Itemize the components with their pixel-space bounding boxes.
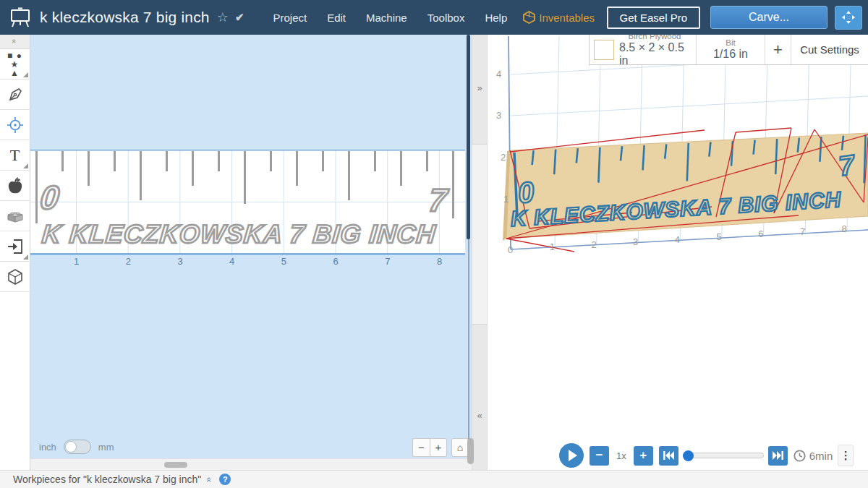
workpieces-expand-icon[interactable]: « xyxy=(204,476,215,481)
menu-help[interactable]: Help xyxy=(485,12,507,24)
axis-label: 0 xyxy=(508,244,513,255)
axis-label: 2 xyxy=(501,152,506,163)
timeline-slider[interactable] xyxy=(683,453,764,458)
zoom-in-button[interactable]: + xyxy=(430,438,447,457)
zoom-out-button[interactable]: − xyxy=(412,438,430,457)
bit-label: Bit xyxy=(726,38,735,48)
tool-3d-view[interactable] xyxy=(0,262,30,292)
left-toolbar: « ■ ●★ ▲ T xyxy=(0,35,30,470)
horizontal-scrollbar[interactable] xyxy=(30,458,472,470)
design-number-zero[interactable]: 0 xyxy=(38,178,61,217)
shapes-icon: ■ ●★ ▲ xyxy=(6,51,25,77)
unit-toggle-switch[interactable] xyxy=(64,440,91,454)
unit-mm-label: mm xyxy=(98,442,114,453)
canvas-axis-label: 3 xyxy=(177,256,182,267)
machine-jog-button[interactable] xyxy=(835,6,862,30)
material-swatch xyxy=(594,40,614,60)
menu-machine[interactable]: Machine xyxy=(366,12,407,24)
horizontal-scrollbar-thumb[interactable] xyxy=(164,462,187,468)
bit-selector[interactable]: Bit 1/16 in xyxy=(697,35,765,64)
splitter-drag-handle[interactable]: ⋮ xyxy=(472,145,487,324)
axis-label: 3 xyxy=(496,110,501,121)
engraved-zero: 0 xyxy=(516,176,536,210)
apple-icon xyxy=(7,177,23,194)
menu-toolbox[interactable]: Toolbox xyxy=(427,12,465,24)
axis-label: 4 xyxy=(675,234,680,245)
canvas-axis-label: 1 xyxy=(74,256,79,267)
canvas-axis-label: 8 xyxy=(437,256,442,267)
skip-to-start-button[interactable] xyxy=(659,446,678,466)
canvas-axis-label: 5 xyxy=(281,256,286,267)
inventables-hexagon-icon xyxy=(523,11,535,24)
text-tool-icon: T xyxy=(10,146,20,165)
material-settings-bar: Birch Plywood 8.5 × 2 × 0.5 in Bit 1/16 … xyxy=(589,35,868,65)
workpieces-bar[interactable]: Workpieces for "k kleczkowska 7 big inch… xyxy=(0,470,868,488)
project-title[interactable]: k kleczkowska 7 big inch xyxy=(40,9,210,26)
material-dimensions: 8.5 × 2 × 0.5 in xyxy=(619,41,690,68)
ruler-design-graphics xyxy=(30,35,472,470)
axis-label: 7 xyxy=(800,226,805,237)
tool-material-blocks[interactable] xyxy=(0,201,30,231)
crosshair-icon xyxy=(7,116,24,134)
canvas-axis-label: 2 xyxy=(126,256,131,267)
splitter-scroll-pill[interactable] xyxy=(467,438,474,464)
pen-icon xyxy=(7,87,23,103)
unit-inch-label: inch xyxy=(39,442,56,453)
preview-graphics xyxy=(488,35,868,470)
axis-label: 1 xyxy=(550,241,555,252)
material-selector[interactable]: Birch Plywood 8.5 × 2 × 0.5 in xyxy=(590,35,697,64)
saved-check-icon: ✔ xyxy=(235,11,244,24)
zoom-home-button[interactable]: ⌂ xyxy=(451,438,469,457)
menu-project[interactable]: Project xyxy=(273,12,307,24)
unit-toggle: inch mm xyxy=(39,440,114,454)
inventables-label: Inventables xyxy=(539,12,595,24)
carve-button[interactable]: Carve... xyxy=(710,6,827,29)
play-simulation-button[interactable] xyxy=(559,443,584,468)
favorite-star-icon[interactable]: ☆ xyxy=(217,9,229,25)
brick-icon xyxy=(6,209,25,223)
splitter-expand-button[interactable]: » xyxy=(472,35,487,145)
toolpath-preview-3d[interactable]: 0 7 K KLECZKOWSKA 7 BIG INCH 43210123456… xyxy=(488,35,868,470)
design-text[interactable]: K KLECZKOWSKA 7 BIG INCH xyxy=(41,219,437,249)
tool-text[interactable]: T xyxy=(0,140,30,171)
tool-icons-clipart[interactable] xyxy=(0,171,30,201)
material-name: Birch Plywood xyxy=(629,35,681,41)
toolbar-collapse-button[interactable]: « xyxy=(0,35,30,49)
four-arrows-icon xyxy=(841,10,856,25)
tool-import[interactable] xyxy=(0,231,30,262)
top-bar: k kleczkowska 7 big inch ☆ ✔ Project Edi… xyxy=(0,0,868,35)
skip-to-end-button[interactable] xyxy=(768,446,788,466)
canvas-axis-label: 7 xyxy=(385,256,390,267)
canvas-axis-label: 4 xyxy=(229,256,234,267)
axis-label: 1 xyxy=(503,194,509,205)
axis-label: 8 xyxy=(842,223,847,234)
tool-drill-origin[interactable] xyxy=(0,110,30,140)
speed-label: 1x xyxy=(616,450,626,461)
design-number-seven[interactable]: 7 xyxy=(427,182,448,218)
inventables-link[interactable]: Inventables xyxy=(523,11,595,24)
splitter-collapse-button[interactable]: « xyxy=(472,324,487,470)
workpieces-label: Workpieces for "k kleczkowska 7 big inch… xyxy=(13,474,201,485)
design-canvas-2d[interactable]: 0 7 K KLECZKOWSKA 7 BIG INCH 12345678 in… xyxy=(30,35,472,470)
timeline-slider-thumb[interactable] xyxy=(683,450,694,461)
add-bit-button[interactable]: + xyxy=(765,35,791,64)
canvas-zoom-controls: − + ⌂ xyxy=(412,438,469,457)
axis-label: 2 xyxy=(591,239,596,250)
axis-label: 5 xyxy=(717,231,722,242)
easel-logo-icon[interactable] xyxy=(9,7,31,27)
simulation-menu-button[interactable]: ⋮ xyxy=(838,445,854,466)
get-easel-pro-button[interactable]: Get Easel Pro xyxy=(607,7,700,29)
axis-label: 6 xyxy=(758,228,763,239)
speed-decrease-button[interactable]: − xyxy=(590,446,609,466)
cube-icon xyxy=(7,268,23,286)
canvas-axis-label: 6 xyxy=(333,256,339,267)
menu-edit[interactable]: Edit xyxy=(327,12,346,24)
panel-splitter[interactable]: » ⋮ « xyxy=(472,35,488,470)
vertical-scrollbar-thumb[interactable] xyxy=(467,35,470,239)
simulation-controls: − 1x + 6min ⋮ xyxy=(488,441,868,470)
cut-settings-button[interactable]: Cut Settings xyxy=(791,35,868,64)
speed-increase-button[interactable]: + xyxy=(634,446,653,466)
tool-pen[interactable] xyxy=(0,80,30,110)
help-button[interactable]: ? xyxy=(219,474,231,485)
tool-shapes[interactable]: ■ ●★ ▲ xyxy=(0,49,30,80)
